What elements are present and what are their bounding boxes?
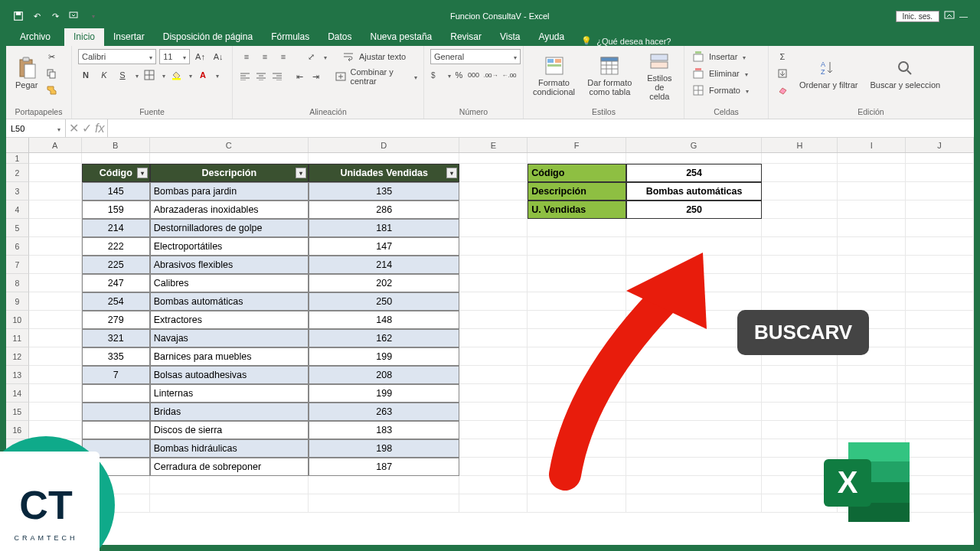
signin-button[interactable]: Inic. ses.	[896, 11, 939, 22]
tab-view[interactable]: Vista	[491, 28, 529, 46]
cell[interactable]	[626, 421, 763, 439]
cell[interactable]	[906, 219, 974, 237]
align-left-icon[interactable]	[239, 69, 252, 84]
cell[interactable]	[459, 237, 528, 256]
cell[interactable]: 254	[626, 164, 763, 182]
tab-data[interactable]: Datos	[318, 28, 361, 46]
percent-icon[interactable]: %	[454, 67, 464, 83]
merge-icon[interactable]	[335, 69, 348, 84]
cell[interactable]	[29, 347, 82, 366]
cell[interactable]: Discos de sierra	[150, 421, 309, 439]
cell[interactable]: 199	[309, 347, 459, 366]
tab-home[interactable]: Inicio	[64, 28, 104, 46]
cell[interactable]	[459, 476, 528, 494]
cell[interactable]	[528, 256, 626, 274]
cell[interactable]	[906, 366, 974, 384]
cell[interactable]	[528, 421, 626, 439]
cell[interactable]	[906, 182, 974, 201]
cell[interactable]	[906, 237, 974, 256]
cell[interactable]: Calibres	[150, 274, 309, 292]
accounting-icon[interactable]: $	[430, 67, 443, 83]
formula-input[interactable]	[108, 119, 974, 137]
cell[interactable]	[459, 439, 528, 458]
cell[interactable]	[906, 403, 974, 421]
cell[interactable]	[626, 494, 763, 513]
row-header[interactable]: 4	[6, 201, 29, 219]
save-icon[interactable]	[11, 8, 26, 24]
underline-dropdown[interactable]	[133, 70, 139, 80]
cancel-formula-icon[interactable]: ✕	[69, 121, 79, 135]
clear-icon[interactable]	[775, 83, 790, 98]
row-header[interactable]: 14	[6, 384, 29, 403]
cell[interactable]	[906, 311, 974, 329]
col-header[interactable]: I	[838, 138, 906, 152]
acc-dd[interactable]	[446, 70, 451, 80]
col-header[interactable]: G	[626, 138, 763, 152]
row-header[interactable]: 13	[6, 366, 29, 384]
col-header[interactable]: D	[309, 138, 459, 152]
cell[interactable]	[150, 494, 309, 513]
cell[interactable]	[528, 347, 626, 366]
tab-file[interactable]: Archivo	[6, 28, 64, 46]
cell[interactable]: 250	[626, 201, 763, 219]
cell[interactable]	[906, 153, 974, 164]
cell[interactable]	[626, 274, 763, 292]
minimize-icon[interactable]: —	[959, 11, 968, 21]
cell[interactable]	[528, 329, 626, 347]
cell[interactable]: 214	[309, 256, 459, 274]
cell[interactable]	[838, 274, 906, 292]
cell[interactable]	[29, 201, 82, 219]
cell[interactable]: 254	[82, 292, 150, 311]
name-box[interactable]: L50	[6, 119, 66, 137]
tell-me[interactable]: 💡 ¿Qué desea hacer?	[573, 36, 678, 46]
cell[interactable]	[838, 366, 906, 384]
row-header[interactable]: 16	[6, 421, 29, 439]
cell[interactable]	[459, 164, 528, 182]
row-header[interactable]: 15	[6, 403, 29, 421]
find-select-button[interactable]: Buscar y seleccion	[867, 56, 943, 91]
cell[interactable]: Descripción▾	[150, 164, 309, 182]
cell[interactable]	[29, 237, 82, 256]
cell[interactable]	[150, 476, 309, 494]
cell[interactable]: 250	[309, 292, 459, 311]
cell[interactable]	[29, 219, 82, 237]
cell[interactable]	[626, 153, 763, 164]
tab-insert[interactable]: Insertar	[104, 28, 154, 46]
cell[interactable]	[82, 384, 150, 403]
cell[interactable]	[626, 237, 763, 256]
cell[interactable]	[626, 403, 763, 421]
cell[interactable]: Bombas para jardin	[150, 182, 309, 201]
cell[interactable]	[29, 256, 82, 274]
cell[interactable]: Barnices para muebles	[150, 347, 309, 366]
col-header[interactable]: B	[82, 138, 150, 152]
wrap-label[interactable]: Ajustar texto	[359, 52, 406, 61]
increase-indent-icon[interactable]: ⇥	[309, 69, 322, 84]
cell[interactable]: 145	[82, 182, 150, 201]
cell[interactable]	[528, 476, 626, 494]
ribbon-options-icon[interactable]	[944, 11, 955, 21]
decrease-indent-icon[interactable]: ⇤	[293, 69, 306, 84]
cell[interactable]: 321	[82, 329, 150, 347]
cell[interactable]	[762, 153, 838, 164]
cell[interactable]	[309, 494, 459, 513]
fill-color-icon[interactable]	[168, 67, 184, 83]
cell[interactable]: 335	[82, 347, 150, 366]
cell[interactable]	[459, 201, 528, 219]
cell[interactable]	[906, 292, 974, 311]
qat-more-icon[interactable]	[66, 8, 81, 24]
cell[interactable]	[82, 153, 150, 164]
qat-dropdown-icon[interactable]	[84, 8, 100, 24]
delete-cells-button[interactable]: Eliminar	[691, 66, 762, 81]
row-header[interactable]: 3	[6, 182, 29, 201]
cell[interactable]	[838, 384, 906, 403]
cell[interactable]	[150, 153, 309, 164]
cell[interactable]: U. Vendidas	[528, 201, 626, 219]
tab-help[interactable]: Ayuda	[529, 28, 573, 46]
cell[interactable]	[838, 292, 906, 311]
cell[interactable]	[528, 366, 626, 384]
cell[interactable]	[838, 403, 906, 421]
fill-icon[interactable]	[775, 66, 790, 81]
cell[interactable]	[626, 219, 763, 237]
cell[interactable]: Destornilladores de golpe	[150, 219, 309, 237]
row-header[interactable]: 1	[6, 153, 29, 164]
